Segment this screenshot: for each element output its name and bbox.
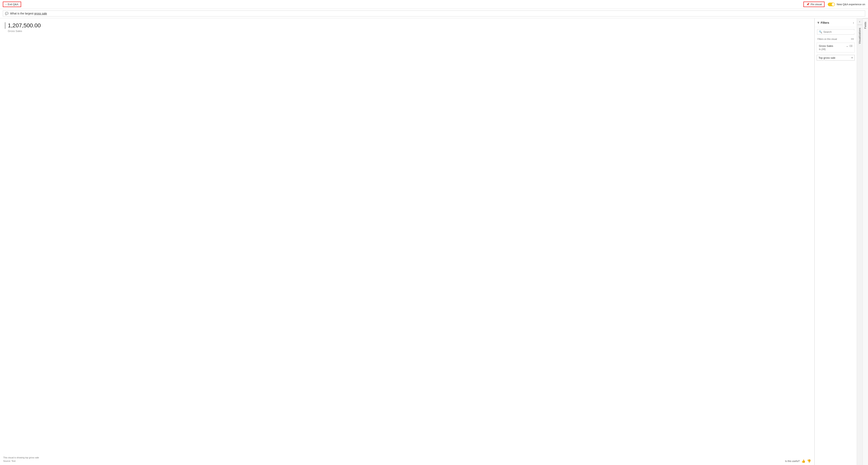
new-qna-toggle[interactable] <box>828 3 835 6</box>
kpi-value: 1,207,500.00 <box>5 22 809 29</box>
qa-bar: 💬 What is the largest gross sale <box>0 9 868 18</box>
filter-field-name: Gross Sales <box>819 44 833 47</box>
filters-search-input[interactable] <box>823 30 857 33</box>
pin-visual-button[interactable]: 📌 Pin visual <box>803 2 825 7</box>
visual-area: 1,207,500.00 Gross Sales This visual is … <box>0 18 814 465</box>
filter-tag-label: Top gross sale <box>818 56 835 59</box>
filters-header: ▿ Filters › <box>815 18 857 27</box>
top-bar: ‹ Exit Q&A 📌 Pin visual New Q&A experien… <box>0 0 868 9</box>
qa-input-wrapper[interactable]: 💬 What is the largest gross sale <box>3 10 865 16</box>
bottom-note-line2: Source: Test <box>3 459 39 463</box>
feedback-label: Is this useful? <box>785 460 800 463</box>
filter-card-header: Gross Sales ⌄ ⌫ <box>819 44 852 47</box>
filters-section-label: Filters on this visual ••• <box>815 37 857 41</box>
filters-title-label: Filters <box>821 21 829 24</box>
qa-input-text: What is the largest gross sale <box>10 12 47 15</box>
collapse-left-button[interactable]: ‹ <box>857 18 863 25</box>
qa-underline-text: gross sale <box>34 12 47 15</box>
toggle-container: New Q&A experience on <box>828 3 865 6</box>
thumbs-down-button[interactable]: 👎 <box>807 459 811 463</box>
thumbs-up-button[interactable]: 👍 <box>801 459 805 463</box>
filter-tag-close-button[interactable]: × <box>851 56 853 59</box>
right-panel: ▿ Filters › 🔍 Filters on this visual •••… <box>814 18 868 465</box>
chevron-left-icon: ‹ <box>6 3 6 6</box>
main-area: 1,207,500.00 Gross Sales This visual is … <box>0 18 868 465</box>
filter-tag-top-gross-sale: Top gross sale × <box>817 55 855 61</box>
filters-chevron-right[interactable]: › <box>853 21 854 24</box>
exit-qna-button[interactable]: ‹ Exit Q&A <box>3 2 21 7</box>
filter-card-header-actions: ⌄ ⌫ <box>846 44 852 47</box>
search-icon: 🔍 <box>819 30 822 33</box>
top-bar-right: 📌 Pin visual New Q&A experience on <box>803 2 865 7</box>
chat-bubble-icon: 💬 <box>5 12 8 15</box>
chevron-left-icon: ‹ <box>859 20 860 23</box>
far-right-tabs: Fields <box>862 18 868 465</box>
pin-icon: 📌 <box>806 3 809 6</box>
filter-dropdown-icon[interactable]: ⌄ <box>846 44 848 47</box>
filter-funnel-icon: ▿ <box>817 21 819 25</box>
filters-title: ▿ Filters <box>817 21 829 25</box>
filters-search-box[interactable]: 🔍 <box>817 29 854 35</box>
exit-qna-label: Exit Q&A <box>8 3 18 6</box>
side-collapse-panel: ‹ Visualizations <box>857 18 862 465</box>
toggle-label: New Q&A experience on <box>837 3 865 6</box>
fields-tab[interactable]: Fields <box>863 18 868 32</box>
bottom-feedback: Is this useful? 👍 👎 <box>785 459 811 463</box>
filters-options-button[interactable]: ••• <box>851 37 854 41</box>
visualizations-tab[interactable]: Visualizations <box>858 25 862 47</box>
top-bar-left: ‹ Exit Q&A <box>3 2 21 7</box>
pin-visual-label: Pin visual <box>811 3 822 6</box>
filters-pane: ▿ Filters › 🔍 Filters on this visual •••… <box>814 18 857 465</box>
filter-card-gross-sales: Gross Sales ⌄ ⌫ is (All) <box>817 43 855 53</box>
bottom-note: This visual is showing top gross sale So… <box>3 456 39 463</box>
filter-eraser-icon[interactable]: ⌫ <box>849 45 852 47</box>
filters-section-text: Filters on this visual <box>817 38 837 40</box>
bottom-note-line1: This visual is showing top gross sale <box>3 456 39 460</box>
kpi-label: Gross Sales <box>5 30 809 33</box>
filter-field-value: is (All) <box>819 48 852 51</box>
